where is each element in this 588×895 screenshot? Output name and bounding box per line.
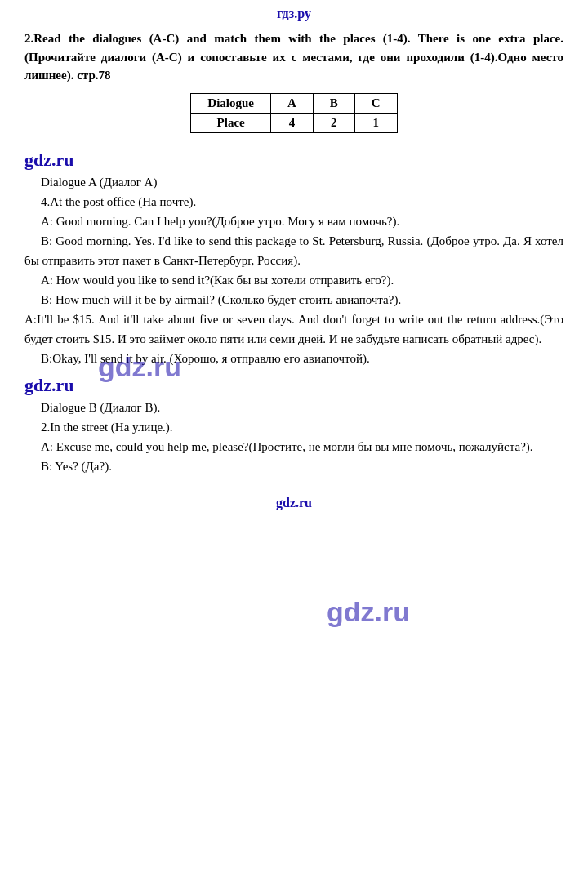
gdz-watermark-2: gdz.ru [24, 375, 564, 396]
dialogue-a-section: Dialogue A (Диалог A) 4.At the post offi… [24, 172, 564, 368]
dialogue-a-line-4: B: How much will it be by airmail? (Скол… [24, 290, 564, 309]
gdz-watermark-1: gdz.ru [24, 149, 564, 171]
dialogue-a-line-2: B: Good morning. Yes. I'd like to send t… [24, 231, 564, 270]
match-table: Dialogue A B C Place 4 2 1 [190, 93, 397, 133]
dialogue-a-place: 4.At the post office (На почте). [24, 192, 564, 212]
dialogue-a-line-3: A: How would you like to send it?(Как бы… [24, 270, 564, 290]
table-header-b: B [313, 93, 354, 113]
dialogue-b-place: 2.In the street (На улице.). [24, 417, 564, 437]
task-header-text: 2.Read the dialogues (A-C) and match the… [24, 32, 564, 82]
table-row-place-label: Place [191, 113, 271, 132]
dialogue-b-line-1: A: Excuse me, could you help me, please?… [24, 437, 564, 456]
match-table-container: Dialogue A B C Place 4 2 1 [24, 93, 564, 133]
task-header: 2.Read the dialogues (A-C) and match the… [24, 29, 564, 85]
dialogue-b-line-2: B: Yes? (Да?). [24, 456, 564, 476]
dialogue-a-title: Dialogue A (Диалог A) [24, 172, 564, 192]
table-cell-b: 2 [313, 113, 354, 132]
table-cell-c: 1 [354, 113, 397, 132]
watermark-top: гдз.ру [0, 0, 588, 29]
table-header-dialogue: Dialogue [191, 93, 271, 113]
gdz-watermark-overlay-2: gdz.ru [327, 596, 410, 628]
table-header-c: C [354, 93, 397, 113]
dialogue-a-line-6: B:Okay, I'll send it by air. (Хорошо, я … [24, 349, 564, 368]
dialogue-b-title: Dialogue B (Диалог B). [24, 398, 564, 417]
watermark-bottom: gdz.ru [0, 483, 588, 517]
dialogue-a-line-5: A:It'll be $15. And it'll take about fiv… [24, 309, 564, 349]
dialogue-a-line-1: A: Good morning. Can I help you?(Доброе … [24, 212, 564, 231]
table-cell-a: 4 [270, 113, 313, 132]
table-header-a: A [270, 93, 313, 113]
dialogue-b-section: Dialogue B (Диалог B). 2.In the street (… [24, 398, 564, 476]
